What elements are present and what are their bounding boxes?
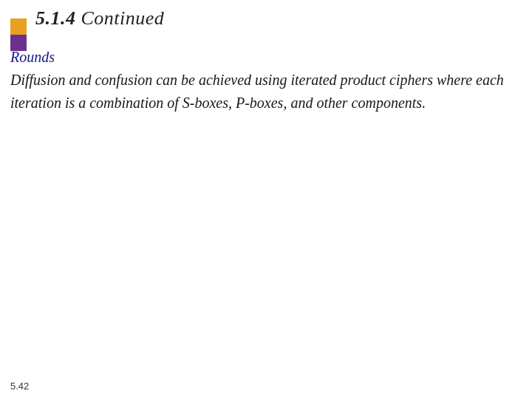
- content-area: Rounds Diffusion and confusion can be ac…: [0, 35, 532, 125]
- accent-bottom-block: [10, 35, 27, 51]
- section-number: 5.1.4: [35, 7, 76, 29]
- body-text: Diffusion and confusion can be achieved …: [10, 69, 522, 115]
- accent-top-block: [10, 18, 27, 35]
- header: 5.1.4 Continued: [0, 0, 532, 35]
- page-number: 5.42: [10, 381, 29, 392]
- slide-title: 5.1.4 Continued: [35, 7, 164, 30]
- rounds-heading: Rounds: [10, 49, 522, 66]
- continued-label: Continued: [76, 7, 165, 29]
